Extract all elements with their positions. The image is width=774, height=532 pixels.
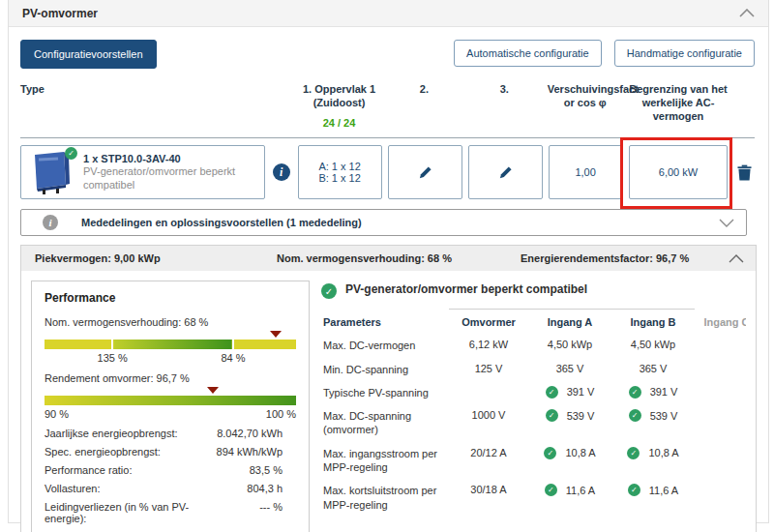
gauge-marker-icon: [270, 331, 282, 338]
check-icon: ✓: [545, 484, 557, 496]
inverter-name: 1 x STP10.0-3AV-40: [83, 153, 256, 164]
messages-chevron-down-icon[interactable]: [719, 219, 734, 227]
panel-header[interactable]: PV-omvormer: [9, 0, 768, 27]
surface-2-edit-button[interactable]: [388, 145, 462, 199]
column-ac-limit: Begrenzing van het werkelijke AC-vermoge…: [629, 83, 729, 123]
inverter-type-card[interactable]: ✓ 1 x STP10.0-3AV-40 PV-generator/omvorm…: [20, 145, 265, 199]
power-ratio-gauge-ticks: 135 % 84 %: [45, 352, 296, 367]
surface-module-count: 24 / 24: [297, 117, 381, 131]
stat-performance-ratio: Performance ratio: 83,5 %: [45, 464, 296, 476]
stat-specific-yield: Spec. energieopbrengst: 894 kWh/kWp: [45, 446, 296, 458]
info-icon[interactable]: i: [273, 163, 290, 181]
results-chevron-up-icon[interactable]: [729, 254, 744, 263]
efficiency-bar-label: Rendement omvormer: 96,7 %: [45, 372, 296, 384]
column-headers: Type 1. Oppervlak 1 (Zuidoost) 24 / 24 2…: [20, 83, 755, 130]
column-type: Type: [20, 83, 264, 97]
table-row: Max. ingangsstroom per MPP-regeling 20/1…: [321, 442, 746, 480]
ac-limit-value-button[interactable]: 6,00 kW: [629, 145, 729, 199]
stat-full-load-hours: Vollasturen: 804,3 h: [45, 483, 296, 494]
energy-efficiency-factor: Energierendementsfactor: 96,7 %: [521, 252, 729, 264]
results-summary-bar[interactable]: Piekvermogen: 9,00 kWp Nom. vermogensver…: [21, 246, 756, 271]
peak-power: Piekvermogen: 9,00 kWp: [35, 252, 277, 264]
header-divider: [20, 137, 755, 138]
stat-line-losses: Leidingverliezen (in % van PV-energie): …: [45, 501, 296, 524]
inverter-row: ✓ 1 x STP10.0-3AV-40 PV-generator/omvorm…: [20, 145, 755, 199]
surface-3-edit-button[interactable]: [468, 145, 543, 199]
table-header-row: Parameters Omvormer Ingang A Ingang B In…: [321, 310, 746, 335]
trash-icon[interactable]: [737, 164, 752, 181]
pencil-icon: [498, 165, 513, 180]
page-title: PV-omvormer: [22, 7, 98, 20]
inverter-status: PV-generator/omvormer beperkt compatibel: [83, 165, 256, 192]
column-cos-phi: Verschuivingsfact or cos φ: [548, 83, 623, 110]
toolbar: Configuratievoorstellen Automatische con…: [20, 40, 755, 69]
check-icon: ✓: [629, 409, 641, 422]
inverter-text: 1 x STP10.0-3AV-40 PV-generator/omvormer…: [83, 153, 256, 192]
table-row: Max. DC-spanning (omvormer) 1000 V ✓539 …: [321, 404, 746, 442]
pencil-icon: [418, 165, 432, 180]
parameters-table: Parameters Omvormer Ingang A Ingang B In…: [321, 309, 746, 517]
performance-panel: Performance Nom. vermogensverhouding: 68…: [31, 281, 310, 532]
surface-1-string-config-button[interactable]: A: 1 x 12 B: 1 x 12: [298, 145, 382, 199]
check-icon: ✓: [546, 386, 558, 399]
check-icon: ✓: [544, 447, 556, 459]
collapse-chevron-up-icon[interactable]: [739, 9, 755, 17]
automatic-configuration-button[interactable]: Automatische configuratie: [454, 40, 602, 67]
stat-annual-yield: Jaarlijkse energieopbrengst: 8.042,70 kW…: [45, 428, 296, 439]
compatibility-panel: ✓ PV-generator/omvormer beperkt compatib…: [321, 281, 746, 532]
pv-inverter-panel: PV-omvormer Configuratievoorstellen Auto…: [8, 0, 769, 523]
inverter-image: ✓: [27, 149, 74, 195]
cos-phi-value-button[interactable]: 1,00: [549, 145, 623, 199]
configuration-proposals-button[interactable]: Configuratievoorstellen: [20, 40, 157, 69]
check-icon: ✓: [628, 484, 640, 496]
power-ratio-bar-label: Nom. vermogensverhouding: 68 %: [45, 316, 296, 328]
table-row: Max. DC-vermogen 6,12 kW 4,50 kWp 4,50 k…: [321, 334, 746, 357]
check-icon: ✓: [546, 409, 558, 422]
performance-title: Performance: [45, 291, 296, 305]
column-surface-2: 2.: [387, 83, 461, 97]
check-icon: ✓: [629, 386, 641, 399]
column-surface-3: 3.: [467, 83, 542, 97]
check-icon: ✓: [627, 447, 640, 459]
config-buttons: Automatische configuratie Handmatige con…: [444, 40, 755, 67]
power-ratio-gauge: [45, 331, 296, 350]
compatibility-check-icon: ✓: [321, 283, 337, 299]
compatibility-heading: ✓ PV-generator/omvormer beperkt compatib…: [321, 282, 611, 299]
messages-bar[interactable]: i Mededelingen en oplossingsvoorstellen …: [20, 209, 747, 236]
message-info-icon: i: [43, 215, 58, 230]
gauge-marker-icon: [207, 387, 219, 394]
table-row: Max. kortsluitstroom per MPP-regeling 30…: [321, 479, 746, 517]
table-row: Typische PV-spanning ✓391 V ✓391 V: [321, 381, 746, 404]
inverter-ok-check-icon: ✓: [65, 147, 77, 160]
efficiency-gauge-ticks: 90 % 100 %: [45, 408, 296, 420]
results-section: Piekvermogen: 9,00 kWp Nom. vermogensver…: [20, 245, 757, 532]
table-row: Min. DC-spanning 125 V 365 V 365 V: [321, 358, 746, 381]
efficiency-gauge: [45, 387, 296, 406]
column-surface-1: 1. Oppervlak 1 (Zuidoost) 24 / 24: [297, 83, 381, 130]
nominal-power-ratio: Nom. vermogensverhouding: 68 %: [277, 252, 521, 264]
manual-configuration-button[interactable]: Handmatige configuratie: [614, 40, 755, 67]
